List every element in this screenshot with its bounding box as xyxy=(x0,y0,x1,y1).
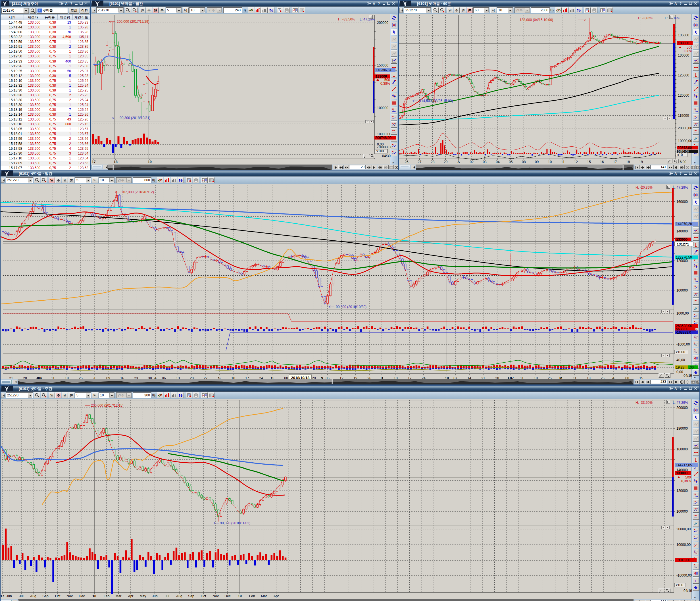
svg-text:Jul: Jul xyxy=(165,594,169,598)
svg-text:167,000 (2018/07/12): 167,000 (2018/07/12) xyxy=(121,190,154,194)
svg-text:10: 10 xyxy=(548,160,552,164)
svg-text:Dec: Dec xyxy=(224,594,230,598)
svg-text:Apr: Apr xyxy=(274,594,279,598)
svg-text:206748,00: 206748,00 xyxy=(375,136,392,140)
svg-text:150000: 150000 xyxy=(377,64,389,67)
svg-text:04: 04 xyxy=(496,160,500,164)
svg-text:100000: 100000 xyxy=(676,509,688,514)
svg-text:200,000 (2017/12/29): 200,000 (2017/12/29) xyxy=(117,20,149,24)
svg-text:160000: 160000 xyxy=(676,447,688,451)
svg-text:120000: 120000 xyxy=(678,94,689,98)
svg-text:18: 18 xyxy=(92,594,96,598)
svg-text:27: 27 xyxy=(418,160,422,164)
svg-text:Dec: Dec xyxy=(79,594,85,598)
svg-text:03: 03 xyxy=(483,160,486,164)
svg-text:1000,00: 1000,00 xyxy=(676,311,689,316)
svg-text:131271: 131271 xyxy=(677,242,689,246)
svg-text:Jun: Jun xyxy=(6,594,11,598)
svg-text:A: A xyxy=(65,2,68,6)
svg-text:133000: 133000 xyxy=(676,471,688,475)
svg-text:Apr: Apr xyxy=(128,594,133,598)
svg-text:Sep: Sep xyxy=(42,594,49,598)
svg-text:x100: x100 xyxy=(376,149,384,153)
svg-text:15: 15 xyxy=(587,160,591,164)
svg-text:10000,00: 10000,00 xyxy=(377,132,391,136)
svg-text:H: -33,50%: H: -33,50% xyxy=(338,17,355,21)
svg-text:02: 02 xyxy=(470,160,474,164)
svg-text:H: -33,50%: H: -33,50% xyxy=(635,401,653,405)
svg-text:40,00: 40,00 xyxy=(676,358,685,362)
svg-text:144717,05: 144717,05 xyxy=(676,463,692,467)
svg-text:Oct: Oct xyxy=(55,594,60,598)
svg-text:x100: x100 xyxy=(676,583,683,587)
svg-text:200000: 200000 xyxy=(377,21,389,25)
svg-text:[6101] 넷마블 - 월간: [6101] 넷마블 - 월간 xyxy=(109,1,143,6)
svg-text:Aug: Aug xyxy=(176,594,182,598)
svg-text:17: 17 xyxy=(613,160,617,164)
svg-text:Aug: Aug xyxy=(30,594,36,598)
svg-text:-10000,00: -10000,00 xyxy=(377,145,392,149)
svg-text:500: 500 xyxy=(685,475,691,479)
svg-text:x10: x10 xyxy=(677,153,683,157)
svg-text:19,28: 19,28 xyxy=(676,366,684,369)
svg-text:?: ? xyxy=(70,2,72,6)
svg-text:200,000 (2017/12/15): 200,000 (2017/12/15) xyxy=(91,403,124,407)
svg-text:20000,00: 20000,00 xyxy=(678,126,692,130)
svg-text:x1000: x1000 xyxy=(676,350,685,354)
svg-text:L: 47,29%: L: 47,29% xyxy=(673,185,688,190)
svg-text:19: 19 xyxy=(148,160,152,164)
svg-text:125000: 125000 xyxy=(678,73,689,77)
svg-text:90,300 (2018/11/02): 90,300 (2018/11/02) xyxy=(220,521,250,525)
svg-text:500: 500 xyxy=(384,78,390,82)
svg-text:19: 19 xyxy=(639,160,643,164)
svg-text:Jul: Jul xyxy=(19,594,23,598)
svg-text:L: 47,29%: L: 47,29% xyxy=(673,401,688,405)
svg-text:A: A xyxy=(457,160,460,164)
svg-text:A: A xyxy=(674,387,677,391)
svg-text:[6101] 넷마블 - 주간: [6101] 넷마블 - 주간 xyxy=(19,386,53,391)
svg-text:0,38%: 0,38% xyxy=(683,49,692,53)
svg-text:?: ? xyxy=(679,2,681,6)
svg-text:138,000 (04/15 10:00): 138,000 (04/15 10:00) xyxy=(520,18,553,22)
svg-text:0,38%: 0,38% xyxy=(681,479,691,483)
svg-text:90,300 (2018/10/30): 90,300 (2018/10/30) xyxy=(336,305,367,309)
svg-text:?: ? xyxy=(679,387,681,391)
svg-text:17: 17 xyxy=(92,160,96,164)
svg-text:09: 09 xyxy=(535,160,539,164)
svg-text:-1000,00: -1000,00 xyxy=(676,343,690,346)
svg-text:A: A xyxy=(373,2,375,6)
svg-text:-168883,0: -168883,0 xyxy=(676,330,691,334)
svg-text:08: 08 xyxy=(522,160,526,164)
svg-text:,00: ,00 xyxy=(689,366,694,369)
svg-text:120000: 120000 xyxy=(676,489,688,493)
svg-text:144970,28: 144970,28 xyxy=(676,222,692,226)
svg-text:28: 28 xyxy=(431,160,435,164)
svg-text:160000: 160000 xyxy=(676,200,688,204)
svg-text:200000: 200000 xyxy=(676,406,688,410)
svg-text:05: 05 xyxy=(509,160,513,164)
svg-text:122276,50: 122276,50 xyxy=(676,255,692,259)
svg-text:20000,00: 20000,00 xyxy=(676,527,691,531)
svg-text:11: 11 xyxy=(561,160,565,164)
svg-text:16: 16 xyxy=(600,160,604,164)
svg-text:10000,00: 10000,00 xyxy=(678,139,692,143)
svg-text:19: 19 xyxy=(238,594,242,598)
svg-text:90,300 (2018/10/31): 90,300 (2018/10/31) xyxy=(120,116,150,120)
svg-text:133000: 133000 xyxy=(678,41,689,45)
svg-text:?: ? xyxy=(378,2,380,6)
svg-text:135000: 135000 xyxy=(678,33,689,37)
svg-text:Jun: Jun xyxy=(152,594,157,598)
svg-text:140000: 140000 xyxy=(676,229,688,233)
svg-text:A: A xyxy=(674,2,677,6)
svg-text:29: 29 xyxy=(444,160,448,164)
svg-text:H: -20,36%: H: -20,36% xyxy=(635,185,653,190)
svg-text:26: 26 xyxy=(404,160,408,164)
svg-text:133000: 133000 xyxy=(676,237,688,242)
svg-text:12: 12 xyxy=(574,160,578,164)
svg-text:114,500 (03/25 15:00): 114,500 (03/25 15:00) xyxy=(420,99,453,103)
svg-text:Feb: Feb xyxy=(104,594,110,598)
svg-text:18: 18 xyxy=(114,160,118,164)
svg-text:Sep: Sep xyxy=(188,594,194,598)
svg-text:L: 47,29%: L: 47,29% xyxy=(360,17,375,21)
svg-text:?: ? xyxy=(679,172,681,176)
